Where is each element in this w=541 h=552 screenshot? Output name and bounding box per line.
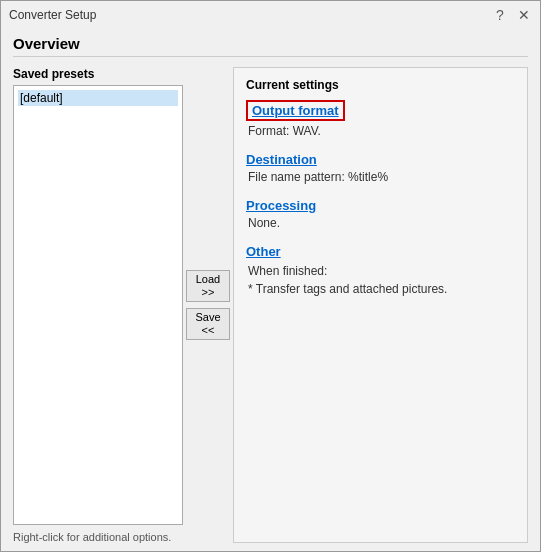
load-button[interactable]: Load >> (186, 270, 230, 302)
other-value: When finished: * Transfer tags and attac… (248, 262, 515, 298)
other-value-line2: * Transfer tags and attached pictures. (248, 280, 515, 298)
destination-value: File name pattern: %title% (248, 170, 515, 184)
output-format-value: Format: WAV. (248, 124, 515, 138)
window-title: Converter Setup (9, 8, 96, 22)
preset-item-default[interactable]: [default] (18, 90, 178, 106)
left-panel: Saved presets [default] Right-click for … (13, 67, 183, 543)
presets-label: Saved presets (13, 67, 183, 81)
converter-setup-window: Converter Setup ? ✕ Overview Saved prese… (0, 0, 541, 552)
title-bar-left: Converter Setup (9, 8, 96, 22)
close-button[interactable]: ✕ (516, 7, 532, 23)
current-settings-label: Current settings (246, 78, 515, 92)
processing-link[interactable]: Processing (246, 198, 316, 213)
right-click-hint: Right-click for additional options. (13, 531, 183, 543)
presets-list[interactable]: [default] (13, 85, 183, 525)
save-button[interactable]: Save << (186, 308, 230, 340)
load-btn-line1: Load (196, 273, 220, 286)
save-btn-line1: Save (195, 311, 220, 324)
output-format-link[interactable]: Output format (246, 100, 345, 121)
title-bar-controls: ? ✕ (492, 7, 532, 23)
other-section: Other When finished: * Transfer tags and… (246, 244, 515, 298)
overview-title: Overview (13, 35, 528, 57)
load-btn-line2: >> (202, 286, 215, 299)
other-link[interactable]: Other (246, 244, 281, 259)
middle-panel: Load >> Save << (183, 67, 233, 543)
window-content: Overview Saved presets [default] Right-c… (1, 27, 540, 551)
processing-section: Processing None. (246, 198, 515, 230)
title-bar: Converter Setup ? ✕ (1, 1, 540, 27)
save-btn-line2: << (202, 324, 215, 337)
processing-value: None. (248, 216, 515, 230)
destination-section: Destination File name pattern: %title% (246, 152, 515, 184)
destination-link[interactable]: Destination (246, 152, 317, 167)
output-format-section: Output format Format: WAV. (246, 100, 515, 138)
right-panel: Current settings Output format Format: W… (233, 67, 528, 543)
other-value-line1: When finished: (248, 262, 515, 280)
help-button[interactable]: ? (492, 7, 508, 23)
main-area: Saved presets [default] Right-click for … (13, 67, 528, 543)
